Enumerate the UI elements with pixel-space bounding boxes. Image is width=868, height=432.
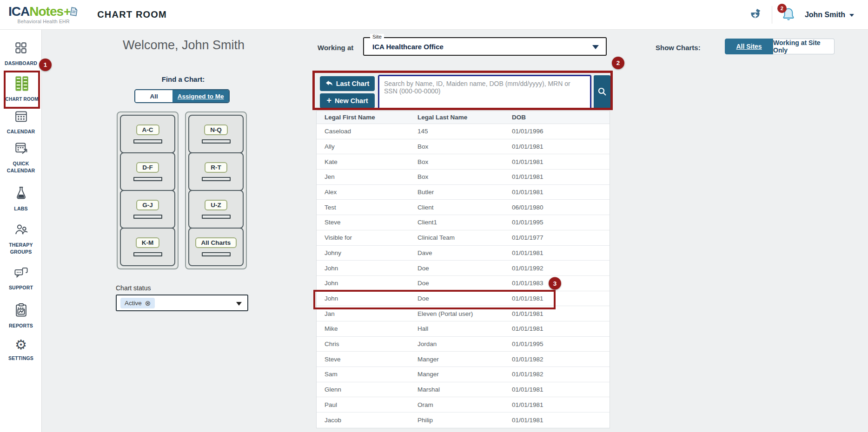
user-menu[interactable]: John Smith [805,11,854,19]
cabinet-drawer[interactable]: D-F [120,152,175,191]
drawer-handle-icon [202,139,231,144]
table-row[interactable]: Steve Manger 01/01/1982 [317,352,610,367]
sidebar-item-chart-room[interactable]: CHART ROOM [4,71,40,109]
cell-dob: 01/01/1981 [512,249,610,256]
file-cabinet-left: A-C D-F G-J K-M [117,111,179,269]
cell-dob: 01/01/1981 [512,173,610,180]
cell-last-name: Hall [417,325,512,332]
labs-flask-icon [14,186,28,202]
column-header-dob: DOB [512,114,610,121]
cell-last-name: Marshal [417,386,512,393]
table-row[interactable]: John Doe 01/01/1981 [317,291,610,307]
table-row[interactable]: Ally Box 01/01/1981 [317,139,610,155]
table-row[interactable]: Paul Oram 01/01/1981 [317,397,610,412]
table-row[interactable]: Test Client 06/01/1980 [317,200,610,215]
cell-first-name: Jan [317,310,417,317]
sidebar-item-calendar[interactable]: CALENDAR [0,110,42,135]
chart-status-select[interactable]: Active ⊗ [116,295,248,311]
sidebar-item-labs[interactable]: LABS [0,186,42,212]
last-chart-button[interactable]: Last Chart [320,76,375,91]
cell-dob: 01/01/1992 [512,265,610,272]
sidebar-item-quick-calendar[interactable]: QUICK CALENDAR [0,141,42,175]
table-row[interactable]: Chris Jordan 01/01/1995 [317,337,610,352]
dropdown-caret-icon [236,302,242,306]
cell-dob: 01/01/1981 [512,143,610,150]
table-row[interactable]: John Doe 01/01/1983 3 [317,276,610,291]
column-header-first-name: Legal First Name [317,114,417,121]
sidebar-label: SETTINGS [8,355,33,362]
table-row[interactable]: Johny Dave 01/01/1981 [317,246,610,261]
notification-count-badge: 2 [777,4,787,13]
user-name: John Smith [805,11,845,19]
chevron-down-icon [849,14,854,17]
working-at-site-only-toggle[interactable]: Working at Site Only [773,39,835,54]
table-row[interactable]: Visible for Clinical Team 01/01/1977 [317,230,610,246]
sidebar-label: QUICK CALENDAR [0,160,42,174]
drawer-label: R-T [205,162,227,173]
cell-last-name: Oram [417,401,512,408]
cell-first-name: Mike [317,325,417,332]
notifications-button[interactable]: 2 [782,7,795,23]
search-button[interactable] [594,75,610,109]
sidebar-item-dashboard[interactable]: DASHBOARD [0,41,42,67]
quick-calendar-icon [14,141,28,157]
cabinet-drawer[interactable]: N-Q [188,115,244,153]
cell-last-name: 145 [417,128,512,135]
cell-dob: 01/01/1981 [512,189,610,196]
tab-all[interactable]: All [135,90,172,102]
sidebar-label: LABS [14,205,27,212]
site-select[interactable]: Site ICA Healthcare Office [363,37,607,56]
table-row[interactable]: Sam Manger 01/01/1982 [317,367,610,382]
table-row[interactable]: Kate Box 01/01/1981 [317,154,610,170]
cell-dob: 01/01/1982 [512,371,610,378]
table-row[interactable]: Alex Butler 01/01/1981 [317,185,610,200]
cabinet-drawer[interactable]: All Charts [188,228,244,266]
chart-room-page: ICANotes+ Behavioral Health EHR CHART RO… [0,0,868,432]
sidebar: DASHBOARD CHART ROOM 1 [0,30,42,432]
cell-first-name: Ally [317,143,417,150]
chip-remove-icon[interactable]: ⊗ [145,300,151,307]
table-row[interactable]: Jen Box 01/01/1981 [317,170,610,185]
header-divider [772,6,772,24]
cell-last-name: Manger [417,371,512,378]
drawer-label: D-F [136,162,159,173]
report-clipboard-icon [14,303,28,319]
annotation-badge-1: 1 [39,59,52,71]
table-row[interactable]: Caseload 145 01/01/1996 [317,124,610,139]
sidebar-item-support[interactable]: SUPPORT [0,267,42,291]
cabinet-drawer[interactable]: G-J [120,190,175,229]
table-row[interactable]: Steve Client1 01/01/1995 [317,215,610,230]
document-icon [69,7,79,18]
sidebar-label: SUPPORT [9,284,33,291]
icanotes-logo[interactable]: ICANotes+ Behavioral Health EHR [8,5,79,24]
new-chart-button[interactable]: + New Chart [320,93,375,108]
tab-assigned-to-me[interactable]: Assigned to Me [172,90,229,102]
chart-search-input[interactable] [378,75,591,109]
add-medication-button[interactable] [749,7,762,22]
file-cabinet-right: N-Q R-T U-Z All Charts [185,111,247,269]
table-row[interactable]: Jacob Philip 01/01/1981 [317,412,610,428]
cell-dob: 01/01/1995 [512,340,610,347]
table-row[interactable]: Glenn Marshal 01/01/1981 [317,382,610,398]
annotation-badge-2: 2 [612,57,624,69]
cell-first-name: Test [317,204,417,211]
sidebar-item-reports[interactable]: REPORTS [0,303,42,329]
table-row[interactable]: Mike Hall 01/01/1981 [317,321,610,337]
cabinet-drawer[interactable]: K-M [120,228,175,266]
dropdown-caret-icon [592,45,599,49]
cell-last-name: Box [417,173,512,180]
cabinet-drawer[interactable]: A-C [120,115,175,153]
site-selected-value: ICA Healthcare Office [372,43,444,51]
sidebar-item-settings[interactable]: ⚙ SETTINGS [0,338,42,362]
cell-dob: 01/01/1981 [512,386,610,393]
cabinet-drawer[interactable]: U-Z [188,190,244,229]
sidebar-label: DASHBOARD [5,60,37,67]
cabinet-drawer[interactable]: R-T [188,152,244,191]
sidebar-item-therapy-groups[interactable]: THERAPY GROUPS [0,223,42,256]
table-row[interactable]: John Doe 01/01/1992 [317,261,610,276]
drawer-handle-icon [133,252,162,256]
plus-icon: + [326,96,331,105]
table-row[interactable]: Jan Eleven (Portal user) 01/01/1981 [317,306,610,321]
all-sites-toggle[interactable]: All Sites [725,39,773,54]
cell-first-name: Glenn [317,386,417,393]
